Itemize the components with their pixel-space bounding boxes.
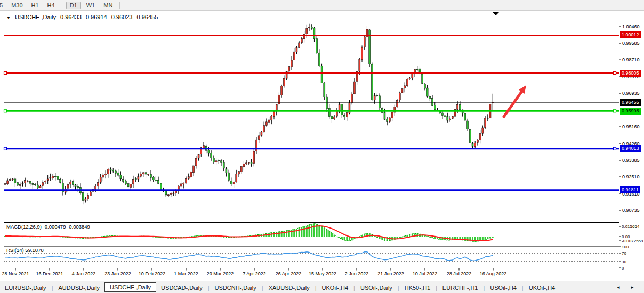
ohlc-close: 0.96455 bbox=[137, 14, 158, 20]
ohlc-open: 0.96433 bbox=[60, 14, 82, 20]
tab-usdcad-daily[interactable]: USDCAD-,Daily bbox=[156, 283, 207, 292]
date-label: 1 Mar 2022 bbox=[174, 271, 198, 276]
tf-button-w1[interactable]: W1 bbox=[83, 2, 99, 9]
tf-button-m30[interactable]: M30 bbox=[8, 2, 26, 9]
price-axis-label: 0.93385 bbox=[622, 158, 640, 163]
date-label: 7 Apr 2022 bbox=[243, 271, 266, 276]
rsi-panel[interactable] bbox=[4, 247, 619, 268]
timeframe-toolbar: 5M30H1H4D1W1MN bbox=[0, 0, 644, 11]
tf-button-5[interactable]: 5 bbox=[0, 2, 6, 9]
tab-eurusd-daily[interactable]: EURUSD-,Daily bbox=[0, 283, 51, 292]
date-label: 10 Feb 2022 bbox=[139, 271, 166, 276]
date-label: 20 Mar 2022 bbox=[207, 271, 234, 276]
date-label: 28 Nov 2021 bbox=[2, 271, 29, 276]
tab-xauusd-daily[interactable]: XAUUSD-,Daily bbox=[264, 283, 315, 292]
price-badge-1.00012: 1.00012 bbox=[620, 31, 641, 38]
tab-separator: | bbox=[52, 284, 53, 291]
tab-separator: | bbox=[398, 284, 399, 291]
date-label: 26 Apr 2022 bbox=[276, 271, 302, 276]
date-label: 4 Jan 2022 bbox=[72, 271, 96, 276]
toolbar-separator bbox=[62, 2, 62, 9]
symbol-dropdown-icon[interactable]: ▼ bbox=[6, 15, 11, 20]
mt4-window: 5M30H1H4D1W1MN ▼ USDCHF-,Daily 0.96433 0… bbox=[0, 0, 644, 293]
price-axis-label: 0.98710 bbox=[622, 57, 640, 62]
tab-separator: | bbox=[483, 284, 485, 291]
price-badge-0.91811: 0.91811 bbox=[620, 186, 640, 193]
chart-title: ▼ USDCHF-,Daily 0.96433 0.96914 0.96023 … bbox=[6, 14, 160, 20]
rsi-scale-label: 0 bbox=[622, 266, 624, 271]
tab-hk50-h1[interactable]: HK50-,H1 bbox=[400, 283, 435, 292]
rsi-scale-label: 100 bbox=[622, 245, 629, 250]
tab-eurchf-h1[interactable]: EURCHF-,H1 bbox=[438, 283, 483, 292]
tab-separator: | bbox=[262, 284, 263, 291]
tf-button-d1[interactable]: D1 bbox=[66, 2, 81, 9]
rsi-label: RSI(14) 59.1878 bbox=[6, 247, 44, 253]
tab-usoil-daily[interactable]: USOil-,Daily bbox=[356, 283, 397, 292]
tab-separator: | bbox=[522, 284, 524, 291]
ohlc-high: 0.96914 bbox=[86, 14, 107, 20]
price-axis-label: 0.92510 bbox=[622, 174, 640, 180]
ohlc-low: 0.96023 bbox=[111, 14, 133, 20]
date-label: 15 May 2022 bbox=[309, 271, 336, 276]
macd-scale-label: -0.0072559 bbox=[622, 239, 643, 244]
price-badge-0.98005: 0.98005 bbox=[620, 70, 641, 77]
tab-usdcnh-daily[interactable]: USDCNH-,Daily bbox=[210, 283, 261, 292]
date-label: 21 Jun 2022 bbox=[377, 271, 404, 276]
tab-separator: | bbox=[353, 284, 355, 291]
tab-ukoil-h4[interactable]: UKOil-,H4 bbox=[317, 283, 353, 292]
date-label: 2 Jun 2022 bbox=[345, 271, 369, 276]
date-label: 10 Jul 2022 bbox=[413, 271, 438, 276]
chart-tab-bar: EURUSD-,Daily|AUDUSD-,DailyUSDCHF-,Daily… bbox=[0, 281, 644, 293]
tab-separator: | bbox=[208, 284, 210, 291]
tab-separator: | bbox=[315, 284, 317, 291]
tf-button-mn[interactable]: MN bbox=[100, 2, 116, 9]
macd-scale-label: 0.015654 bbox=[622, 224, 639, 230]
price-axis-label: 0.90735 bbox=[622, 208, 640, 213]
tf-button-h4[interactable]: H4 bbox=[44, 2, 58, 9]
price-badge-0.95998: 0.95998 bbox=[620, 108, 641, 115]
tab-audusd-daily[interactable]: AUDUSD-,Daily bbox=[53, 283, 104, 292]
tf-button-h1[interactable]: H1 bbox=[28, 2, 42, 9]
tab-usdchf-daily[interactable]: USDCHF-,Daily bbox=[104, 282, 156, 292]
price-axis-label: 0.96935 bbox=[622, 91, 640, 96]
macd-label: MACD(12,26,9) -0.000479 -0.003849 bbox=[6, 224, 90, 230]
date-label: 16 Dec 2021 bbox=[36, 271, 63, 276]
chart-canvas[interactable] bbox=[0, 0, 644, 293]
toolbar-separator bbox=[119, 2, 120, 9]
date-label: 23 Jan 2022 bbox=[104, 271, 131, 276]
tab-ukoil-h4[interactable]: UKOil-,H4 bbox=[524, 283, 560, 292]
price-badge-0.96455: 0.96455 bbox=[620, 99, 641, 106]
tab-scroll-arrows[interactable]: ◄ ► bbox=[616, 285, 639, 290]
symbol-period-label: USDCHF-,Daily bbox=[15, 14, 56, 20]
price-axis-label: 0.95160 bbox=[622, 124, 640, 129]
date-label: 28 Jul 2022 bbox=[447, 271, 472, 276]
rsi-scale-label: 70 bbox=[622, 251, 626, 256]
rsi-scale-label: 30 bbox=[622, 259, 626, 265]
price-badge-0.94013: 0.94013 bbox=[620, 145, 641, 152]
date-label: 16 Aug 2022 bbox=[480, 271, 507, 276]
price-axis-label: 1.00460 bbox=[622, 24, 640, 29]
tab-separator: | bbox=[436, 284, 437, 291]
tab-usoil-h4[interactable]: USOil-,H4 bbox=[485, 283, 521, 292]
price-axis-label: 0.99585 bbox=[622, 40, 640, 46]
